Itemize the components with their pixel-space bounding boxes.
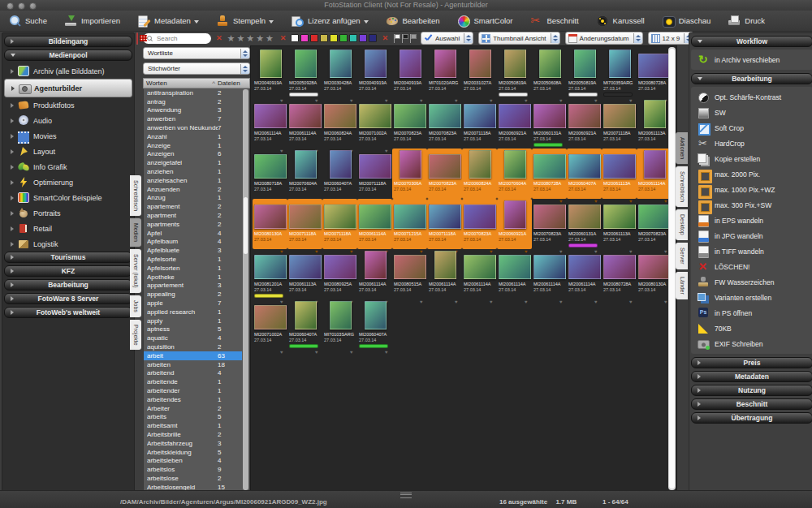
sidebar-section-header-medienpool[interactable]: Medienpool: [4, 50, 132, 61]
thumbnail[interactable]: MI20061114A 27.03.14: [357, 249, 392, 299]
thumbnail[interactable]: MI20031027A 27.03.14: [462, 48, 497, 98]
wordlist-row[interactable]: arbeitende 1: [144, 377, 242, 386]
toolbar-button[interactable]: Druck: [728, 15, 765, 28]
toolbar-button[interactable]: Beschnitt: [530, 15, 579, 28]
archive-item[interactable]: Produktfotos: [4, 97, 132, 113]
edit-action[interactable]: Kopie erstellen: [691, 151, 812, 166]
toolbar-button[interactable]: Karussell: [596, 15, 645, 28]
wordlist-row[interactable]: appealing 2: [144, 290, 242, 299]
search-input[interactable]: [155, 34, 207, 43]
thumbnail[interactable]: MI20080925A 27.03.14: [322, 249, 357, 299]
left-tab[interactable]: Jobs: [130, 295, 141, 317]
workflow-section-header[interactable]: Workflow: [691, 36, 812, 47]
archive-item[interactable]: Optimierung: [4, 174, 132, 190]
thumbnail[interactable]: MI20070823A 27.03.14: [637, 199, 672, 249]
color-label-swatch[interactable]: [320, 34, 328, 42]
wordlist-row[interactable]: antrag 2: [144, 97, 242, 106]
thumbnail[interactable]: MI700359ARG 27.03.14: [602, 48, 637, 98]
toolbar-button[interactable]: Stempeln: [216, 15, 274, 28]
thumbnail[interactable]: MI20071118A 27.03.14: [322, 199, 357, 249]
thumbnail[interactable]: MI20070823A 27.03.14: [532, 199, 567, 249]
wordlist-row[interactable]: Arbeitsfahrzeug 3: [144, 439, 242, 448]
right-tab[interactable]: Schreibtisch: [676, 166, 688, 207]
thumbnail[interactable]: MI20050819A 27.03.14: [497, 48, 532, 98]
thumbnail[interactable]: MI20070823A 27.03.14: [427, 98, 462, 149]
left-tab[interactable]: Medien: [130, 218, 141, 247]
wordlist-row[interactable]: arbeiten 18: [144, 360, 242, 369]
sidebar-section-header[interactable]: FotoWeb's weltweit: [4, 307, 132, 318]
expand-right-icon[interactable]: [11, 196, 14, 200]
thumbnail[interactable]: MI20061114A 27.03.14: [462, 249, 497, 299]
wordlist-row[interactable]: Apfelbaum 4: [144, 238, 242, 247]
thumbnail[interactable]: MI20080515A 27.03.14: [392, 249, 427, 299]
archive-item[interactable]: Audio: [4, 113, 132, 128]
edit-action[interactable]: Soft Crop: [691, 120, 812, 136]
thumbnail[interactable]: MI20060407A 27.03.14: [287, 299, 322, 350]
grid-scrollbar[interactable]: [668, 47, 676, 490]
wordlist-row[interactable]: Arbeitskleidung 5: [144, 448, 242, 457]
archive-item[interactable]: Layout: [4, 144, 132, 159]
thumbnail[interactable]: MI20060921A 27.03.14: [497, 199, 532, 249]
sidebar-section-header[interactable]: KFZ: [4, 265, 132, 277]
select-stepper-icon[interactable]: [633, 33, 642, 43]
minimize-window-button[interactable]: [18, 2, 25, 10]
edit-action[interactable]: HardCrop: [691, 136, 812, 151]
thumbnail[interactable]: MI20061113A 27.03.14: [637, 98, 672, 149]
thumbnail[interactable]: MI20071002A 27.03.14: [357, 98, 392, 149]
edit-action[interactable]: in EPS wandeln: [691, 213, 812, 228]
wordlist-row[interactable]: aquisition 2: [144, 342, 242, 351]
sidebar-section-header[interactable]: Tourismus: [4, 252, 132, 263]
resize-handle-icon[interactable]: [400, 493, 412, 498]
scrollbar-thumb[interactable]: [669, 49, 675, 489]
edit-action[interactable]: max. 1000 Pix.+WZ: [691, 182, 812, 197]
actions-section-header[interactable]: Übertragung: [691, 412, 812, 424]
select-stepper-icon[interactable]: [240, 64, 249, 74]
column-word[interactable]: Worten: [146, 80, 212, 87]
toolbar-button[interactable]: Lizenz anfügen: [291, 15, 368, 28]
wordlist-row[interactable]: arbeitslose 2: [144, 474, 242, 483]
thumbnail[interactable]: MI20040919A 27.03.14: [392, 48, 427, 98]
thumbnail[interactable]: MI20071118A 27.03.14: [287, 199, 322, 249]
thumbnail[interactable]: MI20060824A 27.03.14: [322, 98, 357, 149]
thumbnail[interactable]: MI701020ARG 27.03.14: [427, 48, 462, 98]
wordlist-row[interactable]: appartement 3: [144, 282, 242, 291]
color-label-swatch[interactable]: [369, 34, 377, 42]
scrollbar-thumb[interactable]: [244, 197, 248, 253]
wordlist-row[interactable]: Anwendung 3: [144, 106, 242, 115]
expand-right-icon[interactable]: [11, 242, 14, 247]
wordlist-view-button[interactable]: [136, 32, 138, 45]
thumbnail[interactable]: MI20080130A 27.03.14: [253, 199, 287, 249]
thumbnail[interactable]: MI20060407A 27.03.14: [567, 149, 602, 199]
thumbnail[interactable]: MI20070306A 27.03.14: [392, 149, 427, 199]
wordlist-row[interactable]: Arbeiter 2: [144, 404, 242, 413]
wordlist-row[interactable]: arbeits 5: [144, 412, 242, 421]
thumbnail[interactable]: MI20061114A 27.03.14: [497, 249, 532, 299]
select-stepper-icon[interactable]: [551, 33, 559, 43]
wordlist-row[interactable]: aptness 5: [144, 325, 242, 334]
thumbnail[interactable]: MI20080728A 27.03.14: [637, 48, 672, 98]
right-tab[interactable]: Desktop: [676, 209, 688, 240]
select-stepper-icon[interactable]: [464, 33, 473, 43]
archive-item[interactable]: Info Grafik: [4, 159, 132, 174]
thumbnail[interactable]: MI20060824A 27.03.14: [462, 149, 497, 199]
color-label-swatch[interactable]: [300, 34, 309, 42]
thumbnail[interactable]: MI20050608A 27.03.14: [532, 48, 567, 98]
list-type-select[interactable]: Wortliste: [143, 47, 250, 59]
view-select[interactable]: Auswahl: [421, 32, 473, 45]
wordlist-row[interactable]: anwerben von Neukunden 7: [144, 123, 242, 132]
flag-icon[interactable]: [409, 34, 416, 43]
thumbnail[interactable]: MI20070604A 27.03.14: [287, 149, 322, 199]
color-label-swatch[interactable]: [349, 34, 357, 42]
wordlist-row[interactable]: arbeitendes 1: [144, 395, 242, 404]
search-box[interactable]: [143, 33, 211, 44]
thumbnail[interactable]: MI20071118A 27.03.14: [427, 199, 462, 249]
wordlist-row[interactable]: arbeitsamt 1: [144, 421, 242, 430]
clear-flag-filter-icon[interactable]: ✕: [382, 34, 388, 42]
wordlist-row[interactable]: Anzeigen 6: [144, 150, 242, 159]
edit-action[interactable]: Varianten erstellen: [691, 290, 812, 305]
thumbnail[interactable]: MI20061114A 27.03.14: [637, 149, 672, 199]
wordlist-row[interactable]: anwerben 7: [144, 114, 242, 123]
thumbnail[interactable]: MI20061114A 27.03.14: [253, 98, 287, 149]
thumbnail[interactable]: MI20060407A 27.03.14: [322, 149, 357, 199]
edit-action[interactable]: max. 2000 Pix.: [691, 166, 812, 182]
